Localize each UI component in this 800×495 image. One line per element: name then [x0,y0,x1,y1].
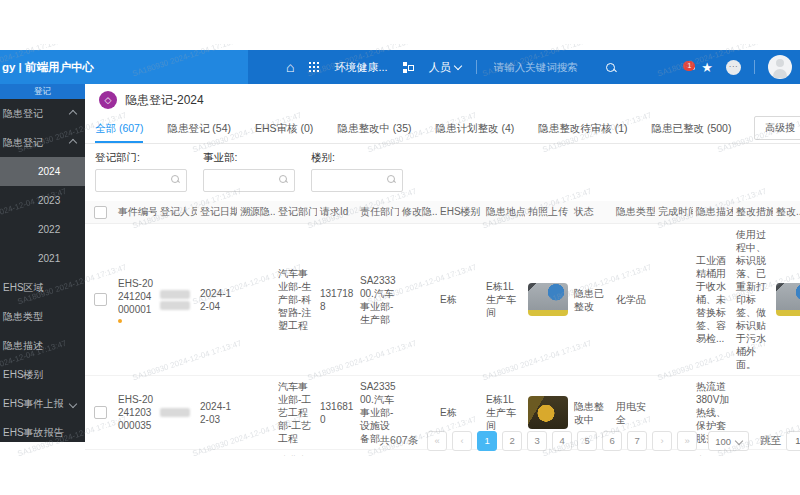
prev-page-button[interactable]: ‹ [452,431,472,451]
redacted-name [160,290,190,299]
sidebar-item-EHS楼别[interactable]: EHS楼别 [0,360,85,389]
org-icon[interactable] [403,62,414,73]
row-checkbox[interactable] [94,293,107,306]
column-header: 隐患描述 [693,201,733,223]
table-header: 事件编号登记人员登记日期溯源隐...登记部门请求Id责任部门修改隐...EHS楼… [85,201,800,224]
row-checkbox-cell [85,402,115,423]
table-body: EHS-202412040000012024-12-04汽车事业部-生产部-科智… [85,224,800,456]
cell-type: 用电安全 [613,396,655,430]
tab-隐患计划整改 (4)[interactable]: 隐患计划整改 (4) [435,122,514,143]
column-header: 拍照上传 [525,201,571,223]
app-grid-icon[interactable] [309,62,319,72]
page-title: 隐患登记-2024 [125,92,204,109]
chevron-down-icon [453,61,461,69]
user-avatar[interactable] [768,55,792,79]
sidebar-item-label: EHS事件上报 [3,397,64,411]
column-header: 整改措施 [733,201,773,223]
last-page-button[interactable]: » [677,431,697,451]
select-all-checkbox[interactable] [94,206,107,219]
sidebar-item-2024[interactable]: 2024 [0,157,85,186]
app-window: gy | 前端用户中心 ⌂ 环境健康... 人员 1 ★ ··· [0,0,800,495]
filter-label: 事业部: [203,151,295,165]
sidebar-item-隐患登记[interactable]: 隐患登记 [0,128,85,157]
event-number: EHS-20241203000035 [118,394,153,431]
page-size-select[interactable]: 100 [708,431,749,451]
cell-action [733,409,773,417]
sidebar-item-隐患类型[interactable]: 隐患类型 [0,302,85,331]
tab-隐患整改待审核 (1)[interactable]: 隐患整改待审核 (1) [538,122,627,143]
search-icon[interactable] [279,175,287,183]
sidebar-item-2022[interactable]: 2022 [0,215,85,244]
sidebar-item-隐患描述[interactable]: 隐患描述 [0,331,85,360]
equipment-photo[interactable] [528,283,568,316]
home-icon[interactable]: ⌂ [286,60,294,74]
cell-location: E栋1L 生产车间 [483,276,525,323]
page-button-6[interactable]: 6 [602,431,622,451]
sidebar-item-隐患登记[interactable]: 隐患登记 [0,99,85,128]
next-page-button[interactable]: › [652,431,672,451]
cell-date: 2024-12-04 [197,283,237,317]
sidebar-item-2021[interactable]: 2021 [0,244,85,273]
cell-event_no: EHS-20241204000001 [115,273,157,327]
divider [476,60,477,74]
page-button-2[interactable]: 2 [502,431,522,451]
chevron-up-icon [69,138,77,146]
column-header: 责任部门 [357,201,399,223]
jump-to-input[interactable]: 1 [786,431,800,451]
search-icon[interactable] [171,175,179,183]
filter-input-box [203,169,295,192]
tab-EHS审核 (0)[interactable]: EHS审核 (0) [255,122,313,143]
sidebar-item-label: 隐患类型 [3,310,43,324]
cell-type: 化学品 [613,289,655,310]
cell-ehs_floor: E栋 [437,289,483,310]
sidebar-top-label[interactable]: 登记 [0,84,85,99]
chevron-up-icon [69,109,77,117]
people-dropdown[interactable]: 人员 [429,60,461,75]
machine-photo[interactable] [528,396,568,429]
sidebar-item-EHS事故报告[interactable]: EHS事故报告 [0,418,85,442]
tab-隐患整改中 (35)[interactable]: 隐患整改中 (35) [337,122,411,143]
tab-隐患已整改 (500)[interactable]: 隐患已整改 (500) [651,122,731,143]
sidebar-item-label: 2024 [38,166,60,177]
first-page-button[interactable]: « [427,431,447,451]
sidebar-item-EHS区域[interactable]: EHS区域 [0,273,85,302]
tab-隐患登记 (54)[interactable]: 隐患登记 (54) [167,122,231,143]
filter-group: 事业部: [203,151,295,192]
sidebar-item-EHS事件上报[interactable]: EHS事件上报 [0,389,85,418]
cell-location: E栋1L 生产车间 [483,389,525,436]
event-number: EHS-20241204000001 [118,278,153,315]
sidebar-item-2023[interactable]: 2023 [0,186,85,215]
sidebar-item-label: EHS事故报告 [3,426,64,440]
page-button-4[interactable]: 4 [552,431,572,451]
search-icon[interactable] [387,175,395,183]
header-checkbox-cell [85,201,115,223]
favorite-star-icon[interactable]: ★ [701,61,713,74]
filter-input-box [311,169,403,192]
page-button-1[interactable]: 1 [477,431,497,451]
column-header: 事件编号 [115,201,157,223]
page-button-3[interactable]: 3 [527,431,547,451]
cell-trace [237,409,275,417]
cell-photo [525,279,571,320]
cell-desc: 工业酒精桶用于收水桶、未替换标签、容易检... [693,250,733,349]
cell-modify [399,409,437,417]
page-button-5[interactable]: 5 [577,431,597,451]
filter-input-box [95,169,187,192]
sidebar-item-label: 隐患描述 [3,339,43,353]
table-row: EHS-202412040000012024-12-04汽车事业部-生产部-科智… [85,224,800,376]
search-icon[interactable] [606,63,615,72]
tab-全部 (607)[interactable]: 全部 (607) [95,122,143,143]
column-header: 隐患类型 [613,201,655,223]
brand-title: gy | 前端用户中心 [0,50,248,84]
cell-photo2 [773,279,800,320]
advanced-search-button[interactable]: 高级搜 [754,116,800,140]
cell-ehs_floor: E栋 [437,402,483,423]
more-options-icon[interactable]: ··· [726,60,741,75]
app-name[interactable]: 环境健康... [334,60,387,75]
rectified-photo[interactable] [776,283,800,316]
search-input[interactable] [492,60,591,74]
row-checkbox[interactable] [94,406,107,419]
page-button-7[interactable]: 7 [627,431,647,451]
column-header: 登记日期 [197,201,237,223]
total-count: 共607条 [380,434,419,448]
